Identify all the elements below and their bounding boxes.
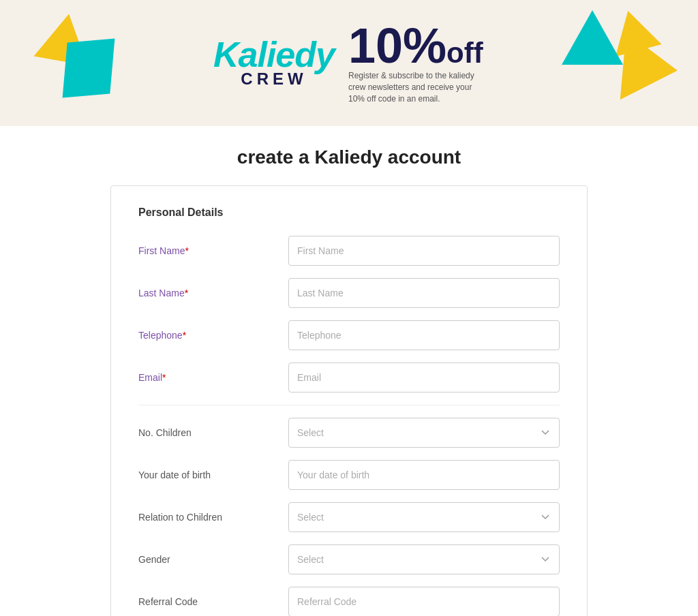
offer-percent: 10% [348, 21, 446, 70]
gender-row: Gender Select Male Female Prefer not to … [138, 544, 560, 574]
no-children-row: No. Children Select 0 1 2 3 4+ [138, 418, 560, 448]
first-name-input[interactable] [288, 236, 560, 266]
gender-select[interactable]: Select Male Female Prefer not to say [288, 544, 560, 574]
email-row: Email* [138, 363, 560, 392]
relation-select[interactable]: Select Parent Guardian Other [288, 502, 560, 532]
logo-crew: CREW [241, 70, 307, 89]
last-name-label: Last Name* [138, 288, 288, 298]
gender-label: Gender [138, 554, 288, 565]
first-name-label: First Name* [138, 245, 288, 256]
email-input[interactable] [288, 363, 560, 392]
offer-off: off [446, 39, 483, 67]
yellow-arrow-tr [620, 32, 680, 105]
no-children-select[interactable]: Select 0 1 2 3 4+ [288, 418, 560, 448]
telephone-row: Telephone* [138, 320, 560, 350]
section-title: Personal Details [138, 206, 560, 219]
first-name-row: First Name* [138, 236, 560, 266]
referral-input[interactable] [288, 587, 560, 616]
email-label: Email* [138, 372, 288, 383]
offer-area: 10% off Register & subscribe to the kali… [348, 21, 485, 104]
dob-input[interactable] [288, 460, 560, 490]
main-content: create a Kaliedy account Personal Detail… [0, 126, 698, 616]
relation-label: Relation to Children [138, 512, 288, 523]
relation-row: Relation to Children Select Parent Guard… [138, 502, 560, 532]
telephone-label: Telephone* [138, 330, 288, 341]
no-children-label: No. Children [138, 427, 288, 438]
cyan-shape-tl [63, 38, 115, 97]
banner: Kaliedy CREW 10% off Register & subscrib… [0, 0, 698, 126]
form-card: Personal Details First Name* Last Name* … [110, 185, 588, 616]
page-title: create a Kaliedy account [237, 147, 461, 168]
referral-label: Referral Code [138, 596, 288, 607]
logo-area: Kaliedy CREW [213, 37, 335, 89]
form-divider [138, 405, 560, 405]
offer-text: Register & subscribe to the kaliedy crew… [348, 70, 485, 104]
last-name-input[interactable] [288, 278, 560, 308]
dob-row: Your date of birth [138, 460, 560, 490]
referral-row: Referral Code [138, 587, 560, 616]
logo-kaliedy: Kaliedy [213, 37, 335, 72]
banner-content: Kaliedy CREW 10% off Register & subscrib… [213, 21, 485, 104]
dob-label: Your date of birth [138, 469, 288, 480]
last-name-row: Last Name* [138, 278, 560, 308]
telephone-input[interactable] [288, 320, 560, 350]
cyan-triangle-tr [562, 10, 623, 65]
